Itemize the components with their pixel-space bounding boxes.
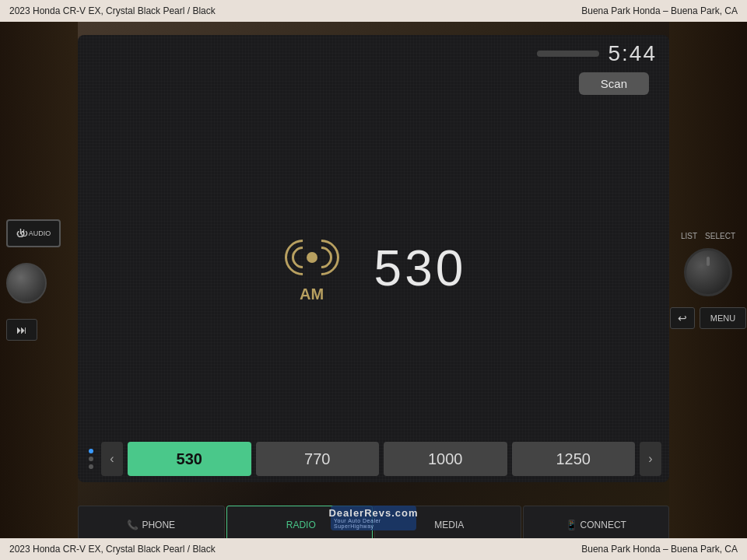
- list-label: LIST: [681, 232, 697, 240]
- connect-icon: 📱: [566, 520, 577, 530]
- list-select-area: LIST SELECT: [681, 232, 735, 240]
- phone-label: PHONE: [142, 520, 175, 530]
- menu-button[interactable]: MENU: [700, 307, 746, 329]
- top-bar-dealer: Buena Park Honda – Buena Park, CA: [581, 5, 738, 16]
- select-knob[interactable]: [684, 248, 732, 296]
- dealerrevs-name: DealerRevs.com: [328, 508, 418, 518]
- dot-3: [89, 464, 93, 469]
- am-band-label: AM: [300, 285, 324, 303]
- bottom-bar-dealer: Buena Park Honda – Buena Park, CA: [581, 544, 738, 555]
- preset-button-1250[interactable]: 1250: [512, 442, 636, 476]
- preset-button-1000[interactable]: 1000: [384, 442, 507, 476]
- display-top-row: 5:44: [78, 35, 669, 72]
- phone-icon: 📞: [127, 520, 139, 530]
- frequency-display: 530: [374, 240, 467, 297]
- bottom-bar: 2023 Honda CR-V EX, Crystal Black Pearl …: [0, 538, 747, 560]
- preset-next-button[interactable]: ›: [640, 442, 661, 476]
- scan-button[interactable]: Scan: [579, 72, 649, 95]
- center-dot-icon: [307, 252, 317, 263]
- infotainment-display: 5:44 Scan AM 530 ‹ 530 770 1000 1250: [78, 35, 669, 482]
- back-button[interactable]: ↩: [670, 307, 695, 329]
- dot-1: [89, 449, 93, 453]
- media-label: MEDIA: [434, 520, 464, 530]
- clock: 5:44: [608, 41, 658, 66]
- watermark: DealerRevs.com Your Auto Dealer SuperHig…: [331, 506, 416, 530]
- dot-2: [89, 457, 93, 461]
- dealerrevs-tagline: Your Auto Dealer SuperHighway: [334, 518, 413, 529]
- skip-icon: ⏭: [16, 324, 27, 336]
- connect-label: CONNECT: [580, 520, 626, 530]
- top-bar: 2023 Honda CR-V EX, Crystal Black Pearl …: [0, 0, 747, 22]
- volume-knob[interactable]: [6, 263, 47, 303]
- top-bar-title: 2023 Honda CR-V EX, Crystal Black Pearl …: [9, 5, 216, 16]
- preset-button-530[interactable]: 530: [128, 442, 251, 476]
- right-controls: LIST SELECT ↩ MENU: [669, 22, 747, 538]
- preset-prev-button[interactable]: ‹: [101, 442, 123, 476]
- left-controls: ⏻ ⏻ AUDIO ⏭: [0, 22, 78, 538]
- dealerrevs-logo: DealerRevs.com Your Auto Dealer SuperHig…: [331, 506, 416, 530]
- preset-button-770[interactable]: 770: [256, 442, 380, 476]
- signal-waves-icon: [281, 234, 343, 281]
- skip-button[interactable]: ⏭: [6, 319, 37, 341]
- back-icon: ↩: [678, 312, 687, 324]
- display-main-area: AM 530: [78, 101, 669, 436]
- presets-row: ‹ 530 770 1000 1250 ›: [78, 436, 669, 482]
- signal-bar: [537, 51, 599, 57]
- menu-label: MENU: [710, 313, 735, 323]
- radio-label: RADIO: [286, 520, 316, 530]
- am-radio-icon-group: AM: [281, 234, 343, 303]
- audio-button[interactable]: ⏻ ⏻ AUDIO: [6, 219, 61, 247]
- select-label: SELECT: [705, 232, 735, 240]
- bottom-bar-title: 2023 Honda CR-V EX, Crystal Black Pearl …: [9, 544, 216, 555]
- page-indicator: [89, 449, 93, 469]
